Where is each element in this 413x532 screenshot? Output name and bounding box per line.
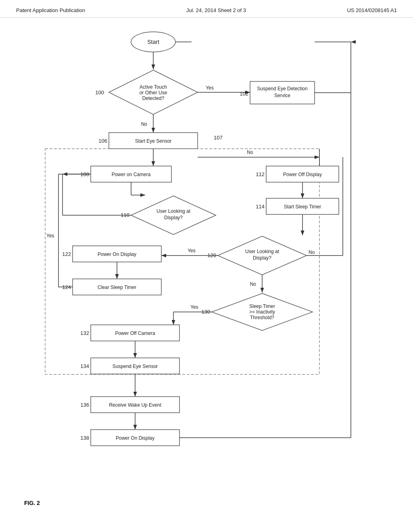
header-left: Patent Application Publication bbox=[16, 7, 85, 13]
svg-text:Power Off Display: Power Off Display bbox=[283, 172, 322, 177]
svg-text:138: 138 bbox=[80, 435, 89, 441]
svg-text:or Other Use: or Other Use bbox=[140, 90, 167, 96]
svg-text:Detected?: Detected? bbox=[142, 96, 165, 101]
svg-text:Suspend Eye Detection: Suspend Eye Detection bbox=[257, 86, 307, 91]
start-label: Start bbox=[147, 39, 159, 45]
svg-text:132: 132 bbox=[80, 330, 89, 336]
flowchart-svg: Start Active Touch or Other Use Detected… bbox=[0, 18, 413, 513]
svg-text:136: 136 bbox=[80, 402, 89, 408]
page-header: Patent Application Publication Jul. 24, … bbox=[0, 0, 413, 18]
header-middle: Jul. 24, 2014 Sheet 2 of 3 bbox=[186, 7, 246, 13]
svg-text:Start Sleep Timer: Start Sleep Timer bbox=[284, 204, 321, 210]
svg-text:Yes: Yes bbox=[188, 248, 196, 254]
svg-text:Sleep Timer: Sleep Timer bbox=[249, 303, 275, 309]
svg-text:Yes: Yes bbox=[46, 233, 54, 239]
svg-text:Yes: Yes bbox=[190, 304, 198, 310]
svg-text:No: No bbox=[247, 150, 253, 155]
svg-text:114: 114 bbox=[256, 204, 265, 210]
svg-text:134: 134 bbox=[80, 363, 89, 369]
diagram-area: Start Active Touch or Other Use Detected… bbox=[0, 18, 413, 513]
svg-text:Threshold?: Threshold? bbox=[250, 315, 274, 320]
svg-text:Clear Sleep Timer: Clear Sleep Timer bbox=[98, 285, 136, 290]
svg-text:No: No bbox=[141, 121, 148, 127]
svg-text:Power on Camera: Power on Camera bbox=[112, 172, 151, 177]
svg-text:Yes: Yes bbox=[206, 85, 214, 91]
svg-text:>= Inactivity: >= Inactivity bbox=[249, 309, 275, 315]
svg-text:Power On Display: Power On Display bbox=[116, 435, 154, 441]
header-right: US 2014/0208145 A1 bbox=[347, 7, 397, 13]
svg-text:Suspend Eye Sensor: Suspend Eye Sensor bbox=[113, 364, 158, 369]
n100-text: Active Touch bbox=[140, 84, 167, 90]
svg-text:106: 106 bbox=[98, 138, 107, 144]
svg-text:Receive Wake Up Event: Receive Wake Up Event bbox=[109, 402, 161, 408]
svg-text:Start Eye Sensor: Start Eye Sensor bbox=[135, 138, 172, 144]
n102-ref: 102 bbox=[240, 91, 248, 97]
fig-label: FIG. 2 bbox=[24, 500, 40, 506]
svg-text:Power Off Camera: Power Off Camera bbox=[115, 330, 155, 336]
svg-text:107: 107 bbox=[214, 135, 223, 141]
n100-ref: 100 bbox=[95, 89, 104, 96]
svg-text:User Looking at: User Looking at bbox=[156, 208, 191, 214]
svg-text:User Looking at: User Looking at bbox=[245, 249, 280, 254]
svg-text:No: No bbox=[250, 281, 257, 287]
svg-text:Power On Display: Power On Display bbox=[98, 251, 136, 257]
svg-text:112: 112 bbox=[256, 171, 265, 177]
svg-text:Display?: Display? bbox=[253, 255, 271, 261]
svg-text:Display?: Display? bbox=[164, 215, 183, 220]
svg-text:122: 122 bbox=[62, 251, 71, 257]
svg-text:No: No bbox=[309, 249, 315, 255]
svg-text:Service: Service bbox=[274, 93, 290, 98]
